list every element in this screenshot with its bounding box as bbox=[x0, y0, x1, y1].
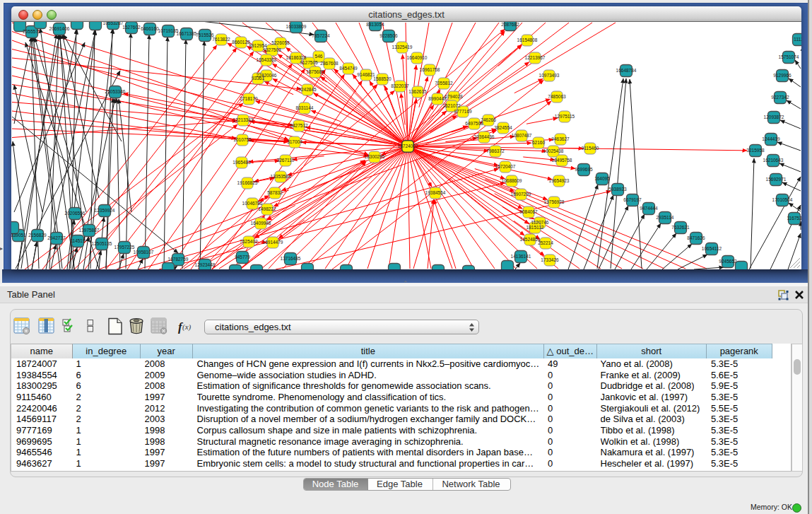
svg-text:5226058: 5226058 bbox=[271, 40, 290, 45]
svg-text:16648784: 16648784 bbox=[616, 68, 637, 73]
svg-text:20364436: 20364436 bbox=[474, 134, 495, 139]
svg-text:7625402: 7625402 bbox=[240, 239, 258, 244]
svg-text:18300295: 18300295 bbox=[365, 154, 385, 159]
svg-text:7986372: 7986372 bbox=[486, 148, 505, 153]
svg-text:17010504: 17010504 bbox=[772, 197, 793, 202]
svg-text:7485063: 7485063 bbox=[548, 94, 566, 99]
svg-text:9242845: 9242845 bbox=[298, 87, 317, 92]
svg-text:3215958: 3215958 bbox=[746, 148, 765, 153]
svg-text:587832: 587832 bbox=[267, 190, 283, 195]
svg-text:9084067: 9084067 bbox=[519, 209, 538, 214]
svg-text:2942737: 2942737 bbox=[47, 235, 66, 240]
svg-text:16914479: 16914479 bbox=[263, 240, 283, 245]
svg-text:15720407: 15720407 bbox=[495, 164, 516, 169]
svg-text:945779: 945779 bbox=[235, 255, 250, 259]
svg-text:2718170: 2718170 bbox=[240, 96, 258, 101]
svg-text:19384554: 19384554 bbox=[425, 190, 446, 195]
svg-text:1010755: 1010755 bbox=[233, 137, 252, 142]
svg-text:12923448: 12923448 bbox=[195, 262, 216, 267]
svg-text:20206556: 20206556 bbox=[65, 211, 86, 216]
svg-text:16671385: 16671385 bbox=[177, 31, 197, 36]
svg-text:1120746: 1120746 bbox=[531, 220, 549, 225]
svg-text:7515526: 7515526 bbox=[196, 33, 214, 37]
svg-text:12213343: 12213343 bbox=[233, 117, 254, 122]
svg-text:12093872: 12093872 bbox=[764, 115, 784, 119]
svg-text:13975887: 13975887 bbox=[79, 228, 100, 233]
svg-text:16033809: 16033809 bbox=[286, 24, 307, 29]
svg-text:9146821: 9146821 bbox=[357, 72, 375, 77]
svg-text:1621072: 1621072 bbox=[442, 103, 461, 108]
svg-text:10688609: 10688609 bbox=[502, 178, 522, 183]
svg-text:2867608: 2867608 bbox=[320, 61, 339, 66]
svg-text:10719185: 10719185 bbox=[158, 28, 179, 33]
svg-text:(x): (x) bbox=[182, 322, 192, 332]
svg-text:10807487: 10807487 bbox=[512, 133, 532, 138]
svg-text:18724007: 18724007 bbox=[398, 144, 418, 148]
svg-text:16782759: 16782759 bbox=[168, 257, 189, 262]
svg-text:8454749: 8454749 bbox=[339, 66, 358, 71]
svg-text:16543362: 16543362 bbox=[257, 57, 277, 62]
svg-text:9227342: 9227342 bbox=[771, 95, 789, 100]
svg-text:15692971: 15692971 bbox=[766, 177, 787, 182]
svg-text:10553287: 10553287 bbox=[103, 22, 124, 25]
svg-text:16640910: 16640910 bbox=[407, 55, 428, 60]
svg-text:7632621: 7632621 bbox=[671, 225, 690, 230]
svg-text:8427512: 8427512 bbox=[290, 123, 308, 128]
svg-text:8990448: 8990448 bbox=[428, 96, 447, 101]
svg-text:13353584: 13353584 bbox=[271, 174, 291, 179]
svg-text:2087682: 2087682 bbox=[501, 22, 519, 27]
svg-text:7055812: 7055812 bbox=[435, 81, 453, 86]
svg-text:17957225: 17957225 bbox=[114, 245, 135, 250]
svg-text:10958107: 10958107 bbox=[134, 250, 154, 255]
svg-text:5938923: 5938923 bbox=[608, 187, 627, 192]
svg-text:18186328: 18186328 bbox=[286, 55, 307, 60]
svg-text:7857224: 7857224 bbox=[312, 33, 330, 38]
svg-text:10046786: 10046786 bbox=[242, 201, 263, 206]
svg-text:7613822: 7613822 bbox=[212, 37, 230, 42]
svg-text:2935114: 2935114 bbox=[657, 215, 674, 220]
svg-text:8322037: 8322037 bbox=[391, 83, 409, 88]
svg-text:8813054: 8813054 bbox=[366, 22, 384, 27]
svg-text:1527602: 1527602 bbox=[122, 25, 141, 30]
svg-text:8031144: 8031144 bbox=[296, 105, 314, 110]
svg-text:10025438: 10025438 bbox=[543, 148, 564, 153]
svg-text:9474444: 9474444 bbox=[640, 206, 658, 211]
svg-text:20691406: 20691406 bbox=[49, 26, 70, 31]
svg-text:164095: 164095 bbox=[594, 176, 610, 181]
svg-text:12975115: 12975115 bbox=[555, 114, 575, 119]
svg-text:1362615: 1362615 bbox=[408, 89, 427, 94]
svg-text:13716485: 13716485 bbox=[281, 256, 301, 261]
svg-text:1875685: 1875685 bbox=[306, 69, 324, 74]
svg-text:12505135: 12505135 bbox=[92, 241, 112, 246]
svg-text:9127505: 9127505 bbox=[300, 60, 318, 65]
svg-text:9115460: 9115460 bbox=[582, 146, 599, 151]
svg-text:1112: 1112 bbox=[794, 37, 801, 42]
svg-text:19166825: 19166825 bbox=[237, 180, 258, 185]
svg-text:16961758: 16961758 bbox=[420, 67, 440, 72]
svg-text:1815112: 1815112 bbox=[526, 225, 544, 230]
svg-text:2055572: 2055572 bbox=[23, 29, 41, 34]
svg-text:16409948: 16409948 bbox=[251, 221, 271, 226]
svg-text:8660128: 8660128 bbox=[232, 40, 250, 45]
svg-text:93361: 93361 bbox=[252, 76, 264, 81]
svg-text:12213967: 12213967 bbox=[525, 55, 546, 60]
svg-text:19654923: 19654923 bbox=[549, 178, 570, 183]
svg-text:317004: 317004 bbox=[287, 139, 302, 144]
svg-text:10654112: 10654112 bbox=[702, 246, 722, 251]
svg-text:1588520: 1588520 bbox=[373, 76, 392, 81]
svg-text:10973493: 10973493 bbox=[539, 73, 560, 78]
svg-text:1733426: 1733426 bbox=[541, 257, 559, 262]
svg-text:8471626: 8471626 bbox=[687, 235, 705, 240]
svg-text:3824554: 3824554 bbox=[494, 125, 512, 130]
svg-text:1498222: 1498222 bbox=[258, 206, 276, 211]
svg-text:6794028: 6794028 bbox=[445, 94, 463, 99]
svg-text:2156829: 2156829 bbox=[28, 233, 47, 238]
svg-text:114519: 114519 bbox=[70, 238, 86, 243]
svg-text:12359924: 12359924 bbox=[95, 208, 115, 213]
svg-text:62160: 62160 bbox=[532, 140, 545, 145]
svg-text:16210643: 16210643 bbox=[763, 158, 784, 163]
svg-text:18907299: 18907299 bbox=[511, 192, 531, 197]
svg-text:6466160: 6466160 bbox=[141, 26, 159, 31]
svg-text:9129966: 9129966 bbox=[773, 73, 792, 78]
svg-text:13325419: 13325419 bbox=[392, 45, 413, 49]
